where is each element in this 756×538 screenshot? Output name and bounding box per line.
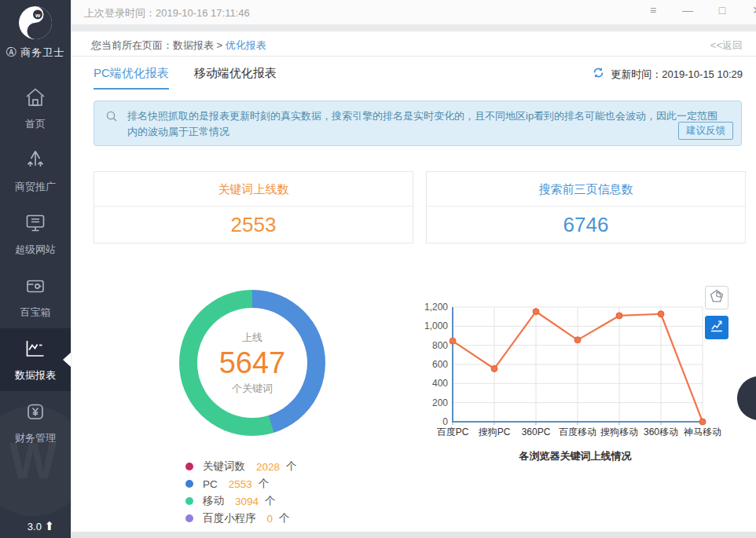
svg-text:百度PC: 百度PC: [437, 426, 469, 437]
update-time-text: 更新时间：2019-10-15 10:29: [611, 68, 743, 82]
brand: w Ⓐ 商务卫士: [0, 5, 71, 60]
breadcrumb-prefix: 您当前所在页面：: [91, 39, 173, 51]
legend-dot: [185, 480, 193, 488]
svg-text:1,000: 1,000: [424, 320, 448, 331]
sidebar: w Ⓐ 商务卫士 首页 商贸推广: [0, 0, 71, 538]
stat-card-value: 6746: [427, 207, 745, 243]
window-controls: ≡ — □ ✕: [646, 4, 756, 16]
svg-text:搜狗移动: 搜狗移动: [600, 426, 638, 437]
legend-item-keywords[interactable]: 关键词数 2028 个: [185, 458, 297, 475]
legend-item-mobile[interactable]: 移动 3094 个: [185, 492, 297, 510]
horizontal-scrollbar[interactable]: [71, 532, 756, 538]
line-chart-title: 各浏览器关键词上线情况: [418, 449, 732, 463]
line-chart-toggle-button[interactable]: [705, 316, 728, 339]
stat-card-title: 搜索前三页信息数: [427, 172, 745, 207]
legend-unit: 个: [279, 511, 290, 525]
svg-text:0: 0: [442, 416, 448, 427]
legend-unit: 个: [265, 494, 276, 508]
tab-mobile-report[interactable]: 移动端优化报表: [194, 66, 277, 90]
stat-card-value: 2553: [94, 207, 413, 243]
sidebar-item-home[interactable]: 首页: [0, 77, 71, 140]
svg-text:400: 400: [432, 378, 448, 389]
toolbox-icon: [24, 275, 47, 300]
donut-legend: 关键词数 2028 个 PC 2553 个 移动 3094 个 百度小程序 0 …: [185, 458, 297, 527]
breadcrumb-current[interactable]: 优化报表: [226, 39, 266, 51]
donut-center-label-top: 上线: [242, 331, 262, 345]
sidebar-watermark: W: [0, 406, 71, 516]
minimize-icon[interactable]: —: [681, 4, 695, 16]
sidebar-menu: 首页 商贸推广 超级网站: [0, 77, 71, 454]
sidebar-item-label: 商贸推广: [15, 180, 56, 194]
legend-value: 0: [267, 513, 273, 525]
line-chart: 02004006008001,0001,200百度PC搜狗PC360PC百度移动…: [418, 302, 732, 440]
window-titlebar: 上次登录时间：2019-10-16 17:11:46 ≡ — □ ✕: [72, 0, 756, 24]
sidebar-item-label: 数据报表: [15, 368, 56, 382]
stat-card-top3-pages: 搜索前三页信息数 6746: [426, 171, 746, 243]
line-chart-icon: [710, 319, 724, 336]
sidebar-item-label: 首页: [25, 117, 46, 131]
legend-unit: 个: [259, 477, 270, 491]
legend-item-baidu-miniapp[interactable]: 百度小程序 0 个: [185, 510, 297, 527]
website-icon: [24, 212, 47, 237]
legend-label: 百度小程序: [203, 511, 256, 525]
breadcrumb: 您当前所在页面：数据报表 > 优化报表: [91, 38, 266, 53]
donut-chart: 上线 5647 个关键词: [179, 290, 325, 436]
legend-dot: [185, 514, 193, 522]
svg-text:1,200: 1,200: [424, 302, 448, 313]
pie-chart-icon: [710, 289, 724, 306]
svg-text:360PC: 360PC: [522, 426, 551, 437]
legend-label: PC: [203, 478, 218, 490]
legend-item-pc[interactable]: PC 2553 个: [185, 475, 297, 492]
legend-label: 关键词数: [203, 459, 245, 474]
main-area: 上次登录时间：2019-10-16 17:11:46 ≡ — □ ✕ 您当前所在…: [71, 0, 756, 538]
close-icon[interactable]: ✕: [750, 4, 756, 16]
notice-banner: 排名快照抓取的是报表更新时刻的真实数据，搜索引擎的排名是实时变化的，且不同地区i…: [94, 101, 742, 146]
sidebar-item-reports[interactable]: 数据报表: [0, 328, 71, 391]
report-icon: [24, 338, 47, 363]
feedback-button[interactable]: 建议反馈: [678, 122, 733, 140]
svg-text:w: w: [35, 12, 41, 19]
svg-text:600: 600: [432, 359, 448, 370]
refresh-icon[interactable]: [592, 66, 605, 82]
notice-text: 排名快照抓取的是报表更新时刻的真实数据，搜索引擎的排名是实时变化的，且不同地区i…: [127, 110, 717, 137]
legend-value: 2553: [229, 478, 252, 490]
svg-text:神马移动: 神马移动: [683, 426, 721, 437]
maximize-icon[interactable]: □: [715, 4, 729, 16]
legend-value: 3094: [235, 496, 259, 507]
svg-text:搜狗PC: 搜狗PC: [479, 426, 511, 437]
last-login-text: 上次登录时间：2019-10-16 17:11:46: [84, 6, 250, 20]
svg-text:200: 200: [432, 397, 448, 408]
svg-text:800: 800: [432, 340, 448, 351]
promotion-icon: [24, 149, 47, 174]
brand-name: Ⓐ 商务卫士: [0, 46, 71, 60]
legend-unit: 个: [286, 459, 297, 474]
sidebar-item-website[interactable]: 超级网站: [0, 203, 71, 265]
legend-value: 2028: [256, 461, 280, 473]
titlebar-divider: [72, 24, 756, 31]
sidebar-item-promotion[interactable]: 商贸推广: [0, 140, 71, 203]
legend-dot: [185, 497, 193, 505]
donut-center-value: 5647: [219, 346, 286, 380]
stat-card-title: 关键词上线数: [94, 172, 413, 207]
donut-center: 上线 5647 个关键词: [197, 308, 307, 418]
breadcrumb-separator: >: [214, 39, 226, 51]
upgrade-arrow-icon[interactable]: ⬆: [45, 519, 55, 533]
sidebar-item-label: 超级网站: [15, 243, 56, 257]
menu-icon[interactable]: ≡: [646, 4, 660, 16]
breadcrumb-section[interactable]: 数据报表: [173, 39, 214, 51]
svg-text:360移动: 360移动: [644, 426, 678, 437]
tab-row: PC端优化报表 移动端优化报表 更新时间：2019-10-15 10:29: [72, 57, 756, 90]
svg-text:百度移动: 百度移动: [559, 426, 596, 437]
legend-dot: [185, 463, 193, 470]
donut-center-label-bottom: 个关键词: [232, 382, 273, 396]
legend-label: 移动: [203, 494, 224, 508]
pie-chart-toggle-button[interactable]: [705, 286, 728, 309]
version-label: 3.0 ⬆: [0, 519, 71, 533]
home-icon: [24, 86, 47, 112]
sidebar-item-toolbox[interactable]: 百宝箱: [0, 265, 71, 328]
tab-pc-report[interactable]: PC端优化报表: [94, 66, 169, 90]
breadcrumb-row: 您当前所在页面：数据报表 > 优化报表 <<返回: [72, 31, 756, 57]
back-link[interactable]: <<返回: [710, 38, 743, 53]
search-icon: [105, 110, 118, 127]
brand-logo-icon: w: [17, 5, 53, 44]
